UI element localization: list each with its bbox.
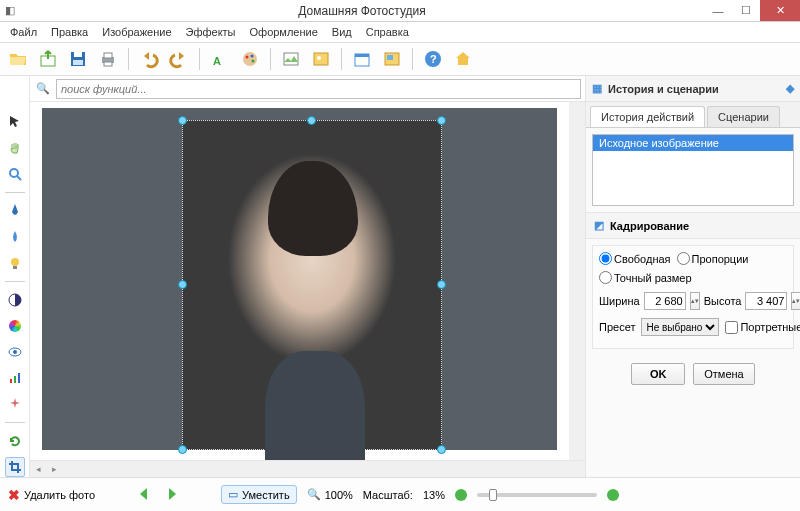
text-icon[interactable]: A: [208, 47, 232, 71]
zoom-out-button[interactable]: [455, 489, 467, 501]
crop-tool[interactable]: [5, 457, 25, 477]
tab-scenarios[interactable]: Сценарии: [707, 106, 780, 127]
search-input[interactable]: [56, 79, 581, 99]
portrait-checkbox[interactable]: Портретные: [725, 321, 800, 334]
center: 🔍: [30, 76, 585, 477]
width-spinner[interactable]: ▴▾: [690, 292, 700, 310]
preset-select[interactable]: Не выбрано: [641, 318, 719, 336]
menu-help[interactable]: Справка: [360, 24, 415, 40]
svg-rect-2: [74, 52, 82, 57]
handle-n[interactable]: [307, 116, 316, 125]
handle-se[interactable]: [437, 445, 446, 454]
export-icon[interactable]: [36, 47, 60, 71]
mode-prop[interactable]: Пропорции: [677, 252, 749, 265]
print-icon[interactable]: [96, 47, 120, 71]
brush-tool[interactable]: [5, 201, 25, 221]
crop-selection[interactable]: [182, 120, 442, 450]
undo-icon[interactable]: [137, 47, 161, 71]
cancel-button[interactable]: Отмена: [693, 363, 754, 385]
pin-icon[interactable]: ◆: [786, 82, 794, 95]
zoom-100-button[interactable]: 🔍 100%: [307, 488, 353, 501]
close-button[interactable]: ✕: [760, 0, 800, 21]
zoom-slider-knob[interactable]: [489, 489, 497, 501]
tab-history[interactable]: История действий: [590, 106, 705, 127]
open-icon[interactable]: [6, 47, 30, 71]
fit-button[interactable]: ▭ Уместить: [221, 485, 297, 504]
dimensions-row: Ширина ▴▾ Высота ▴▾: [599, 292, 787, 310]
rotate-tool[interactable]: [5, 431, 25, 451]
crop-buttons: OK Отмена: [594, 363, 792, 385]
height-spinner[interactable]: ▴▾: [791, 292, 800, 310]
sparkle-tool[interactable]: [5, 394, 25, 414]
handle-nw[interactable]: [178, 116, 187, 125]
height-input[interactable]: [745, 292, 787, 310]
gallery1-icon[interactable]: [279, 47, 303, 71]
svg-rect-5: [104, 53, 112, 58]
status-toolbar: ✖ Удалить фото ▭ Уместить 🔍 100% Масштаб…: [0, 477, 800, 511]
svg-text:?: ?: [430, 53, 437, 65]
gallery2-icon[interactable]: [309, 47, 333, 71]
delete-photo-button[interactable]: ✖ Удалить фото: [8, 487, 95, 503]
panel-title: История и сценарии: [608, 83, 719, 95]
titlebar: ◧ Домашняя Фотостудия — ☐ ✕: [0, 0, 800, 22]
mode-free[interactable]: Свободная: [599, 252, 671, 265]
pointer-tool[interactable]: [5, 112, 25, 132]
svg-rect-29: [14, 376, 16, 383]
save-icon[interactable]: [66, 47, 90, 71]
menu-edit[interactable]: Правка: [45, 24, 94, 40]
scale-label: Масштаб:: [363, 489, 413, 501]
home-icon[interactable]: [451, 47, 475, 71]
window-title: Домашняя Фотостудия: [20, 4, 704, 18]
zoom-tool[interactable]: [5, 164, 25, 184]
palette-icon[interactable]: [238, 47, 262, 71]
ok-button[interactable]: OK: [631, 363, 685, 385]
menu-decor[interactable]: Оформление: [244, 24, 324, 40]
help-icon[interactable]: ?: [421, 47, 445, 71]
redo-icon[interactable]: [167, 47, 191, 71]
handle-e[interactable]: [437, 280, 446, 289]
svg-point-11: [252, 60, 255, 63]
width-label: Ширина: [599, 295, 640, 307]
handle-w[interactable]: [178, 280, 187, 289]
menu-file[interactable]: Файл: [4, 24, 43, 40]
prev-button[interactable]: [135, 485, 153, 505]
handle-sw[interactable]: [178, 445, 187, 454]
levels-tool[interactable]: [5, 368, 25, 388]
svg-point-14: [317, 56, 321, 60]
next-button[interactable]: [163, 485, 181, 505]
svg-line-22: [17, 176, 21, 180]
history-item[interactable]: Исходное изображение: [593, 135, 793, 151]
minimize-button[interactable]: —: [704, 0, 732, 21]
crop-body: Свободная Пропорции Точный размер Ширина…: [592, 245, 794, 349]
svg-rect-6: [104, 62, 112, 66]
scale-value: 13%: [423, 489, 445, 501]
svg-point-23: [11, 258, 19, 266]
calendar-icon[interactable]: [350, 47, 374, 71]
preset-label: Пресет: [599, 321, 635, 333]
card-icon[interactable]: [380, 47, 404, 71]
menu-image[interactable]: Изображение: [96, 24, 177, 40]
menu-effects[interactable]: Эффекты: [180, 24, 242, 40]
contrast-tool[interactable]: [5, 290, 25, 310]
horizontal-scrollbar[interactable]: [30, 461, 585, 477]
width-input[interactable]: [644, 292, 686, 310]
drop-tool[interactable]: [5, 227, 25, 247]
hand-tool[interactable]: [5, 138, 25, 158]
svg-rect-28: [10, 379, 12, 383]
color-tool[interactable]: [5, 316, 25, 336]
bulb-tool[interactable]: [5, 253, 25, 273]
crop-section-title: Кадрирование: [610, 220, 689, 232]
eye-tool[interactable]: [5, 342, 25, 362]
maximize-button[interactable]: ☐: [732, 0, 760, 21]
menu-view[interactable]: Вид: [326, 24, 358, 40]
zoom-in-button[interactable]: [607, 489, 619, 501]
zoom-slider[interactable]: [477, 493, 597, 497]
vertical-scrollbar[interactable]: [569, 102, 585, 460]
tool-column: [0, 76, 30, 477]
svg-point-8: [243, 52, 257, 66]
handle-ne[interactable]: [437, 116, 446, 125]
mode-exact[interactable]: Точный размер: [599, 271, 692, 284]
canvas[interactable]: [30, 102, 585, 461]
height-label: Высота: [704, 295, 742, 307]
handle-s[interactable]: [307, 445, 316, 454]
